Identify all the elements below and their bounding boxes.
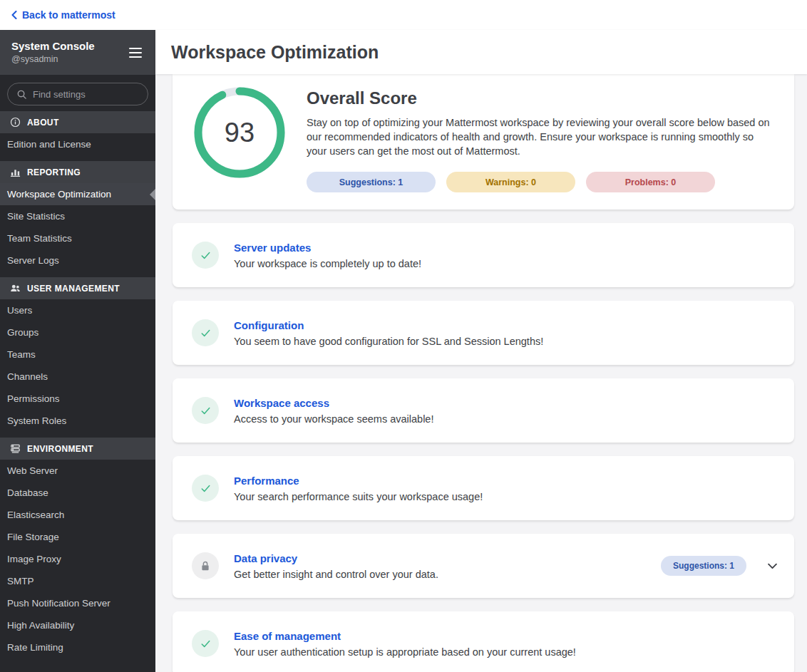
chevron-left-icon: [11, 11, 17, 19]
top-bar: Back to mattermost: [0, 0, 807, 30]
chart-icon: [10, 167, 21, 177]
card-description: Access to your workspace seems available…: [234, 413, 433, 425]
section-label: REPORTING: [27, 167, 81, 177]
search-input[interactable]: [33, 89, 139, 100]
sidebar-item-rate-limiting[interactable]: Rate Limiting: [0, 636, 155, 658]
nav-item-label: Users: [7, 305, 32, 316]
problems-chip: Problems: 0: [586, 172, 715, 192]
nav-item-label: Database: [7, 487, 48, 498]
sidebar-item-workspace-optimization[interactable]: Workspace Optimization: [0, 183, 155, 205]
chevron-down-icon[interactable]: [768, 563, 777, 569]
suggestions-chip: Suggestions: 1: [307, 172, 436, 192]
score-ring-chart: 93: [191, 84, 288, 181]
back-to-mattermost-link[interactable]: Back to mattermost: [11, 9, 115, 21]
content-area: 93 Overall Score Stay on top of optimizi…: [155, 74, 807, 672]
environment-icon: [10, 443, 21, 454]
section-label: USER MANAGEMENT: [27, 284, 120, 294]
check-circle-icon: [192, 630, 219, 657]
sidebar-item-database[interactable]: Database: [0, 482, 155, 504]
overall-score-heading: Overall Score: [307, 88, 777, 108]
card-ease-of-management: Ease of managementYour user authenticati…: [173, 611, 794, 672]
search-icon: [16, 89, 27, 100]
card-title-link[interactable]: Server updates: [234, 242, 421, 254]
nav-item-label: Rate Limiting: [7, 642, 63, 653]
sidebar-section-user-management[interactable]: USER MANAGEMENT: [0, 277, 155, 299]
nav-item-label: Team Statistics: [7, 233, 72, 244]
nav-item-label: Teams: [7, 349, 36, 360]
sidebar-section-reporting[interactable]: REPORTING: [0, 161, 155, 183]
check-circle-icon: [192, 397, 219, 424]
nav-item-label: Channels: [7, 371, 48, 382]
sidebar-item-permissions[interactable]: Permissions: [0, 388, 155, 410]
nav-item-label: Site Statistics: [7, 211, 65, 222]
sidebar-item-groups[interactable]: Groups: [0, 321, 155, 343]
section-label: ABOUT: [27, 118, 59, 128]
sidebar-section-environment[interactable]: ENVIRONMENT: [0, 438, 155, 460]
recommendation-cards: Server updatesYour workspace is complete…: [173, 223, 794, 672]
sidebar-item-push-notification-server[interactable]: Push Notification Server: [0, 592, 155, 614]
sidebar-item-users[interactable]: Users: [0, 299, 155, 321]
sidebar-nav: ABOUTEdition and LicenseREPORTINGWorkspa…: [0, 111, 155, 672]
sidebar-item-team-statistics[interactable]: Team Statistics: [0, 227, 155, 249]
card-title-link[interactable]: Performance: [234, 475, 483, 487]
sidebar-item-teams[interactable]: Teams: [0, 343, 155, 366]
sidebar-item-elasticsearch[interactable]: Elasticsearch: [0, 504, 155, 526]
sidebar-item-edition-and-license[interactable]: Edition and License: [0, 133, 155, 155]
page-header: Workspace Optimization: [155, 30, 807, 74]
sidebar-item-high-availability[interactable]: High Availability: [0, 614, 155, 636]
main-panel: Workspace Optimization 93 Overall Score …: [155, 30, 807, 672]
settings-search: [7, 83, 148, 105]
card-description: Your user authentication setup is approp…: [234, 646, 576, 658]
card-configuration: ConfigurationYou seem to have good confi…: [173, 301, 794, 365]
overall-score-description: Stay on top of optimizing your Mattermos…: [307, 115, 773, 158]
sidebar-section-about[interactable]: ABOUT: [0, 111, 155, 133]
section-label: ENVIRONMENT: [27, 444, 93, 454]
card-description: You seem to have good configuration for …: [234, 336, 543, 347]
card-description: Your search performance suits your works…: [234, 491, 483, 502]
sidebar-item-web-server[interactable]: Web Server: [0, 460, 155, 482]
score-value: 93: [191, 84, 288, 181]
score-chips: Suggestions: 1 Warnings: 0 Problems: 0: [307, 172, 777, 192]
card-server-updates: Server updatesYour workspace is complete…: [173, 223, 794, 287]
nav-item-label: Groups: [7, 327, 38, 338]
nav-item-label: Push Notification Server: [7, 598, 110, 609]
users-icon: [10, 283, 21, 294]
page-title: Workspace Optimization: [171, 42, 379, 63]
card-title-link[interactable]: Workspace access: [234, 397, 433, 409]
lock-icon: [192, 552, 219, 579]
nav-item-label: SMTP: [7, 576, 34, 586]
card-title-link[interactable]: Ease of management: [234, 630, 576, 642]
sidebar-item-channels[interactable]: Channels: [0, 366, 155, 388]
card-data-privacy: Data privacyGet better insight and contr…: [173, 534, 794, 598]
nav-item-label: Elasticsearch: [7, 510, 64, 520]
nav-item-label: Image Proxy: [7, 554, 61, 564]
card-suggestions-chip: Suggestions: 1: [661, 556, 746, 576]
card-title-link[interactable]: Configuration: [234, 319, 543, 331]
nav-item-label: System Roles: [7, 415, 66, 426]
card-description: Your workspace is completely up to date!: [234, 258, 421, 269]
hamburger-menu-icon[interactable]: [127, 44, 144, 61]
sidebar-item-smtp[interactable]: SMTP: [0, 570, 155, 592]
sidebar-item-server-logs[interactable]: Server Logs: [0, 249, 155, 272]
card-title-link[interactable]: Data privacy: [234, 552, 438, 564]
console-user: @sysadmin: [11, 53, 95, 66]
card-performance: PerformanceYour search performance suits…: [173, 456, 794, 520]
check-circle-icon: [192, 242, 219, 269]
sidebar-item-image-proxy[interactable]: Image Proxy: [0, 548, 155, 570]
nav-item-label: High Availability: [7, 620, 74, 631]
sidebar-item-system-roles[interactable]: System Roles: [0, 410, 155, 432]
nav-item-label: Server Logs: [7, 255, 59, 266]
sidebar-item-file-storage[interactable]: File Storage: [0, 526, 155, 548]
console-title: System Console: [11, 39, 95, 53]
info-icon: [10, 117, 21, 128]
card-workspace-access: Workspace accessAccess to your workspace…: [173, 378, 794, 443]
sidebar-item-site-statistics[interactable]: Site Statistics: [0, 205, 155, 227]
nav-item-label: Workspace Optimization: [7, 189, 111, 200]
sidebar-header: System Console @sysadmin: [0, 30, 155, 75]
card-description: Get better insight and control over your…: [234, 569, 438, 580]
warnings-chip: Warnings: 0: [446, 172, 575, 192]
check-circle-icon: [192, 319, 219, 346]
card-right-controls: Suggestions: 1: [661, 556, 777, 576]
nav-item-label: File Storage: [7, 532, 59, 542]
admin-sidebar: System Console @sysadmin ABOUTEdition an…: [0, 30, 155, 672]
